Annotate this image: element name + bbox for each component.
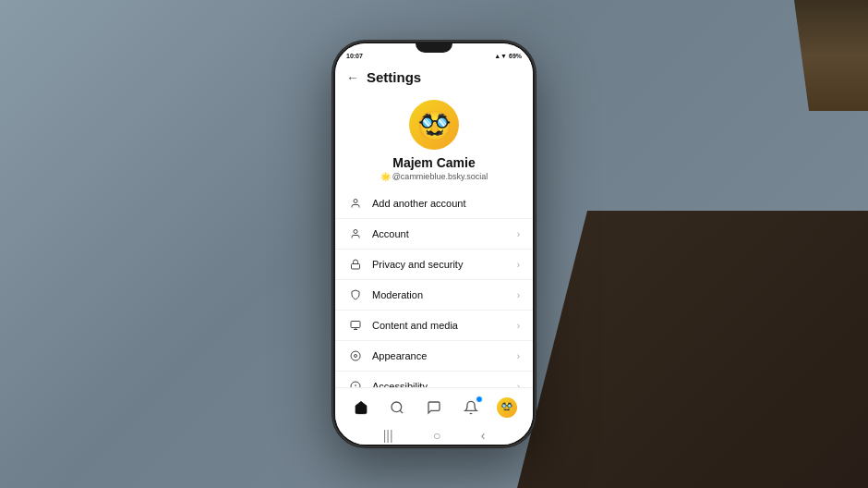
moderation-chevron: › (517, 290, 520, 300)
account-label: Account (372, 228, 517, 239)
top-bar: ← Settings (335, 64, 533, 91)
privacy-icon (348, 257, 363, 272)
handle-emoji: 🌟 (380, 172, 391, 181)
add-account-icon (348, 196, 363, 211)
accessibility-label: Accessibility (372, 381, 517, 387)
page-title: Settings (367, 69, 421, 85)
phone-notch (416, 43, 452, 53)
account-icon (348, 226, 363, 241)
content-icon (348, 318, 363, 333)
privacy-chevron: › (517, 260, 520, 270)
appearance-chevron: › (517, 351, 520, 361)
svg-rect-2 (352, 264, 360, 270)
account-chevron: › (517, 229, 520, 239)
privacy-label: Privacy and security (372, 259, 517, 270)
moderation-label: Moderation (372, 289, 517, 300)
content-label: Content and media (372, 320, 517, 331)
svg-point-8 (392, 402, 402, 412)
menu-item-privacy[interactable]: Privacy and security › (335, 250, 533, 280)
svg-point-4 (355, 355, 357, 358)
menu-item-account[interactable]: Account › (335, 219, 533, 250)
gesture-bar: ||| ○ ‹ (335, 426, 533, 445)
menu-item-content[interactable]: Content and media › (335, 311, 533, 341)
menu-item-appearance[interactable]: Appearance › (335, 341, 533, 372)
nav-messages[interactable] (420, 394, 448, 421)
avatar-emoji: 🥸 (417, 109, 452, 141)
notification-badge (476, 396, 483, 403)
add-account-label: Add another account (372, 198, 520, 209)
gesture-center: ○ (433, 428, 440, 443)
nav-home[interactable] (347, 394, 375, 421)
nav-profile-avatar: 🥸 (497, 397, 517, 418)
moderation-icon (348, 287, 363, 302)
status-time: 10:07 (346, 53, 363, 59)
appearance-icon (348, 348, 363, 363)
appearance-label: Appearance (372, 350, 517, 361)
accessibility-icon (348, 379, 363, 387)
gesture-right: ‹ (481, 428, 486, 443)
phone-device: 10:07 ▲▼ 69% ← Settings 🥸 Majem Camie 🌟 … (332, 41, 536, 447)
svg-point-0 (354, 200, 357, 203)
nav-search[interactable] (383, 394, 411, 421)
menu-item-add-account[interactable]: Add another account (335, 189, 533, 219)
battery-level: 69% (509, 53, 522, 59)
settings-menu: Add another account Account › (335, 189, 533, 387)
accessibility-chevron: › (517, 382, 520, 388)
nav-notifications[interactable] (457, 394, 485, 421)
nav-profile[interactable]: 🥸 (493, 394, 521, 421)
back-button[interactable]: ← (346, 70, 359, 85)
svg-point-1 (354, 230, 357, 234)
avatar: 🥸 (409, 100, 459, 150)
bottom-navigation: 🥸 (335, 387, 533, 426)
profile-name: Majem Camie (392, 155, 475, 170)
profile-handle: 🌟 @cammieblue.bsky.social (380, 172, 488, 181)
menu-item-accessibility[interactable]: Accessibility › (335, 372, 533, 387)
menu-item-moderation[interactable]: Moderation › (335, 280, 533, 311)
status-indicators: ▲▼ 69% (494, 53, 522, 59)
gesture-left: ||| (383, 428, 393, 443)
signal-icon: ▲▼ (494, 53, 507, 59)
profile-section: 🥸 Majem Camie 🌟 @cammieblue.bsky.social (335, 91, 533, 189)
svg-rect-3 (351, 322, 360, 328)
handle-text: @cammieblue.bsky.social (392, 172, 488, 181)
content-chevron: › (517, 321, 520, 331)
phone-screen: 10:07 ▲▼ 69% ← Settings 🥸 Majem Camie 🌟 … (335, 43, 533, 445)
